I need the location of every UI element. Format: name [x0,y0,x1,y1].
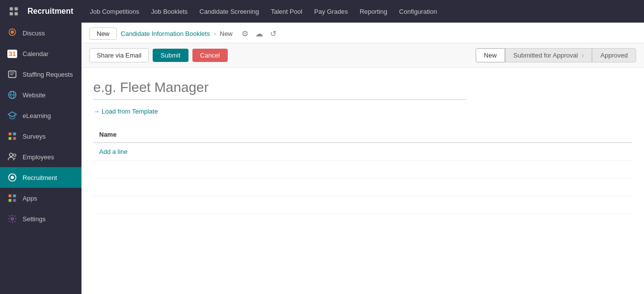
cancel-button[interactable]: Cancel [192,49,228,62]
svg-marker-12 [8,112,17,117]
breadcrumb-bar: New Candidate Information Booklets › New… [81,23,644,43]
sidebar-item-website[interactable]: Website [0,85,81,105]
add-line-row[interactable]: Add a line [93,143,632,161]
load-template-link[interactable]: → Load from Template [93,108,632,115]
svg-rect-6 [9,71,16,77]
sidebar-item-surveys[interactable]: Surveys [0,126,81,147]
main-layout: Discuss 31 Calendar Staffing Requests We… [0,23,644,294]
submit-button[interactable]: Submit [153,49,188,62]
booklet-table: Name Add a line [93,127,632,214]
recruitment-icon [7,172,18,183]
surveys-icon [7,131,18,142]
job-title-input[interactable] [93,78,466,100]
nav-pay-grades[interactable]: Pay Grades [309,5,353,18]
svg-rect-2 [10,12,13,16]
nav-job-competitions[interactable]: Job Competitions [85,5,144,18]
sidebar-item-calendar[interactable]: 31 Calendar [0,43,81,64]
table-header-name: Name [93,127,632,143]
top-nav: Recruitment Job Competitions Job Booklet… [0,0,644,23]
content-area: New Candidate Information Booklets › New… [81,23,644,294]
website-icon [7,89,18,100]
svg-rect-13 [9,133,12,136]
svg-rect-15 [9,137,12,140]
status-tab-submitted[interactable]: Submitted for Approval › [505,48,592,62]
nav-candidate-screening[interactable]: Candidate Screening [194,5,264,18]
sidebar-item-recruitment[interactable]: Recruitment [0,167,81,188]
app-name: Recruitment [27,7,73,16]
new-button-top[interactable]: New [89,28,117,40]
arrow-right-icon: → [93,108,100,115]
svg-rect-24 [13,199,16,202]
status-tabs: New Submitted for Approval › Approved [476,48,636,62]
action-toolbar: Share via Email Submit Cancel New Submit… [81,43,644,68]
svg-point-25 [11,218,14,220]
nav-configuration[interactable]: Configuration [394,5,442,18]
nav-talent-pool[interactable]: Talent Pool [266,5,307,18]
employees-icon [7,151,18,162]
nav-reporting[interactable]: Reporting [355,5,392,18]
svg-rect-0 [10,7,13,11]
sidebar: Discuss 31 Calendar Staffing Requests We… [0,23,81,294]
sidebar-item-employees[interactable]: Employees [0,147,81,167]
elearning-icon [7,110,18,121]
breadcrumb-current: New [220,30,233,37]
breadcrumb-actions: ⚙ ☁ ↺ [240,28,278,39]
svg-rect-1 [15,7,18,11]
settings-icon [7,213,18,224]
discuss-icon [7,28,18,38]
svg-point-18 [14,154,16,156]
svg-point-5 [11,30,14,34]
sidebar-item-staffing-requests[interactable]: Staffing Requests [0,64,81,85]
svg-rect-23 [9,199,12,202]
staffing-icon [7,69,18,80]
svg-point-17 [9,153,13,157]
status-tab-new[interactable]: New [476,48,505,62]
svg-rect-3 [15,12,18,16]
empty-row-2 [93,178,632,196]
upload-button[interactable]: ☁ [253,28,265,39]
empty-row-3 [93,196,632,214]
svg-rect-22 [13,195,16,198]
sidebar-item-elearning[interactable]: eLearning [0,105,81,126]
breadcrumb-parent[interactable]: Candidate Information Booklets [121,30,210,37]
share-email-button[interactable]: Share via Email [89,48,149,62]
breadcrumb-separator: › [214,30,215,37]
svg-rect-21 [9,195,12,198]
sidebar-item-discuss[interactable]: Discuss [0,23,81,43]
sidebar-item-settings[interactable]: Settings [0,208,81,229]
svg-point-20 [11,176,14,179]
status-tab-approved[interactable]: Approved [592,48,636,62]
svg-rect-16 [13,137,16,140]
empty-row-1 [93,161,632,178]
form-area: → Load from Template Name Add a line [81,68,644,294]
gear-button[interactable]: ⚙ [240,28,250,39]
apps-icon [7,193,18,204]
chevron-right-icon: › [582,52,584,59]
home-button[interactable] [6,3,22,19]
sidebar-item-apps[interactable]: Apps [0,188,81,208]
refresh-button[interactable]: ↺ [268,28,278,39]
nav-job-booklets[interactable]: Job Booklets [146,5,192,18]
svg-rect-14 [13,133,16,136]
calendar-icon: 31 [7,48,18,59]
